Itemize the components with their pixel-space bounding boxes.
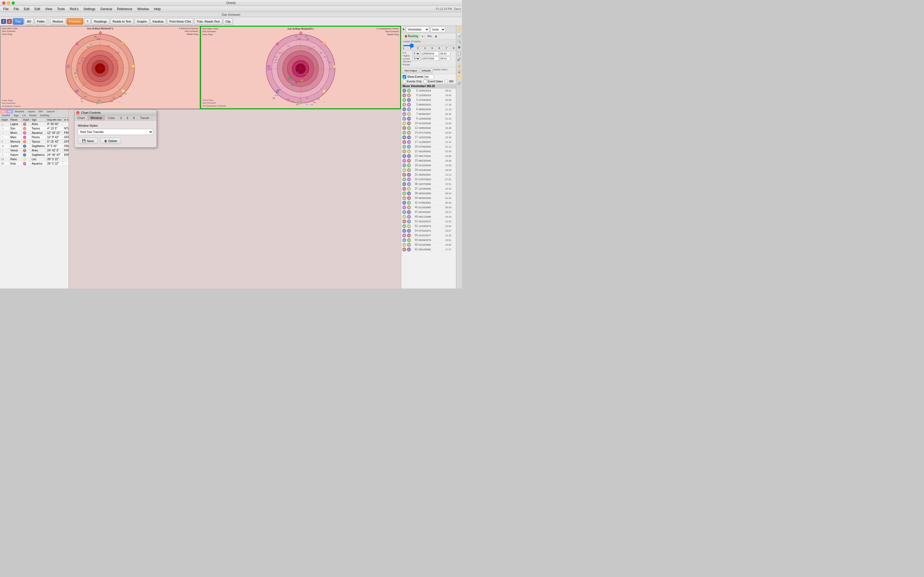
tran-reads-text-button[interactable]: Tran. Reads Text <box>194 18 222 25</box>
to-time-input[interactable] <box>440 56 450 61</box>
dasha-list-item[interactable]: ●●912/29/202801:42 <box>401 116 456 121</box>
dasha-list-item[interactable]: ●●2105/18/204102:00 <box>401 149 456 154</box>
question-button[interactable]: ? <box>84 18 91 25</box>
dasha-list-item[interactable]: ●●3712/19/205622:33 <box>401 187 456 191</box>
tab-p2[interactable]: P2 <box>6 110 13 113</box>
dasha-list-item[interactable]: ●●2007/29/204021:12 <box>401 145 456 149</box>
menu-view[interactable]: View <box>43 6 55 12</box>
sidebar-icon-10[interactable]: 🔗 <box>457 81 462 86</box>
sidebar-icon-8[interactable]: 🔒 <box>457 69 462 74</box>
minimize-button[interactable] <box>7 2 10 5</box>
menu-ricks[interactable]: Rick's <box>68 6 81 12</box>
save-button[interactable]: 💾 Save <box>78 138 98 144</box>
dasha-list-item[interactable]: ●●5905/09/207910:51 <box>401 238 456 243</box>
dasha-list-item[interactable]: ●●3109/29/205112:12 <box>401 172 456 177</box>
dasha-list-item[interactable]: ●●012/29/201919:42 <box>401 93 456 98</box>
btn-2[interactable]: 2 <box>7 19 12 24</box>
tab-bhavmd[interactable]: BhavMd <box>13 110 26 113</box>
dasha-list-item[interactable]: ●●4704/16/206723:27 <box>401 210 456 214</box>
reads-to-text-button[interactable]: Reads to Text <box>110 18 134 25</box>
dasha-list-item[interactable]: ●●3601/07/205622:51 <box>401 182 456 187</box>
sidebar-icon-2[interactable]: 📊 <box>457 33 462 38</box>
sidebar-icon-5[interactable]: 📋 <box>457 51 462 56</box>
dasha-slider[interactable] <box>403 45 454 46</box>
event-dates-checkbox[interactable] <box>423 80 427 83</box>
dasha-list-item[interactable]: ●●3808/20/205806:03 <box>401 191 456 196</box>
dasha-list-item[interactable]: ●●1712/22/203623:36 <box>401 135 456 140</box>
restore-button[interactable]: Restore <box>50 18 66 25</box>
pallet-button[interactable]: Pallet <box>35 18 47 25</box>
popup-tab-2[interactable]: 2 <box>124 115 131 120</box>
delete-button[interactable]: 🗑 Delete <box>100 138 121 144</box>
dasha-list-item[interactable]: ●●308/05/202317:18 <box>401 103 456 107</box>
dasha-list-item[interactable]: ●●1001/16/203014:00 <box>401 121 456 126</box>
graphs-button[interactable]: Graphs <box>134 18 149 25</box>
window-style-select[interactable]: Red Two Transits Blue Single Green Three <box>78 129 153 135</box>
from-date-input[interactable] <box>421 52 439 56</box>
dasha-list-item[interactable]: ●●1711/28/203721:12 <box>401 140 456 145</box>
dasha-list-item[interactable]: ●●2308/23/204323:36 <box>401 158 456 163</box>
popup-tab-1[interactable]: 1 <box>118 115 124 120</box>
tab-elfr[interactable]: ElFr <box>37 110 45 113</box>
tab-dashmg[interactable]: DashMg <box>38 113 51 117</box>
close-button[interactable] <box>2 2 5 5</box>
dasha-list-item[interactable]: ●●2901/19/204909:03 <box>401 168 456 172</box>
dasha-list-item[interactable]: ●●3207/07/205307:51 <box>401 177 456 182</box>
events-value-input[interactable] <box>424 75 434 79</box>
tab-cs[interactable]: CS <box>21 113 28 117</box>
popup-tab-window[interactable]: Window <box>88 115 105 120</box>
dasha-list-item[interactable]: ●●6206/14/208217:27 <box>401 247 456 252</box>
dasha-list-item[interactable]: ●●5211/23/207323:00 <box>401 224 456 229</box>
sidebar-icon-7[interactable]: 💡 <box>457 63 462 68</box>
btn-1[interactable]: 1 <box>1 19 6 24</box>
menu-window[interactable]: Window <box>135 6 151 12</box>
show-events-checkbox[interactable] <box>402 75 406 79</box>
tab-tags[interactable]: Tags <box>12 113 21 117</box>
tab-sarvav[interactable]: SarvAV <box>45 110 57 113</box>
menu-file2[interactable]: File <box>11 6 21 12</box>
tab-tranrd[interactable]: TranRd <box>0 113 12 117</box>
menu-edit2[interactable]: Edit <box>32 6 42 12</box>
sidebar-icon-9[interactable]: 📁 <box>457 75 462 80</box>
sidebar-icon-1[interactable]: ⭐ <box>457 27 462 32</box>
dasha-list-item[interactable]: ●●012/05/201909:42 <box>401 89 456 93</box>
dasha-list-item[interactable]: ●●608/05/202611:18 <box>401 107 456 112</box>
to-select[interactable]: To <box>412 56 420 61</box>
dasha-list-item[interactable]: ●●5407/15/207403:57 <box>401 229 456 233</box>
maximize-button[interactable] <box>11 2 15 5</box>
sidebar-icon-3[interactable]: 🔍 <box>457 39 462 44</box>
popup-tab-color[interactable]: Color <box>105 115 118 120</box>
menu-general[interactable]: General <box>98 6 115 12</box>
dasha-list-item[interactable]: ●●2601/16/204614:00 <box>401 163 456 168</box>
print-chts-button[interactable]: Print these Chts <box>167 18 193 25</box>
menu-tools[interactable]: Tools <box>55 6 67 12</box>
menu-reference[interactable]: Reference <box>115 6 134 12</box>
dasha-list-item[interactable]: ●●6001/16/208214:00 <box>401 243 456 247</box>
popup-tab-transit[interactable]: Transit <box>137 115 152 120</box>
dasha-list-item[interactable]: ●●4806/11/206804:24 <box>401 214 456 219</box>
menu-help[interactable]: Help <box>152 6 163 12</box>
bd-button[interactable]: BD <box>24 18 34 25</box>
tran-button[interactable]: Tran <box>13 18 24 25</box>
tab-reads[interactable]: Reads <box>27 113 38 117</box>
dasha-list-item[interactable]: ●●706/30/202704:42 <box>401 112 456 116</box>
events-only-checkbox[interactable] <box>402 80 406 83</box>
sidebar-icon-4[interactable]: ⚙ <box>457 45 462 50</box>
dasha-list-item[interactable]: ●●4501/16/206508:00 <box>401 205 456 210</box>
sidebar-icon-6[interactable]: 🖊 <box>457 57 462 62</box>
menu-file[interactable]: File <box>1 6 11 12</box>
defaults-button[interactable]: Defaults <box>420 68 433 73</box>
from-time-input[interactable] <box>440 52 450 56</box>
printouts-button[interactable]: Printouts <box>66 18 83 25</box>
dasha-list-item[interactable]: ●●5102/16/207212:30 <box>401 219 456 224</box>
to-date-input[interactable] <box>421 56 439 61</box>
dasha-list-item[interactable]: ●●207/18/202205:00 <box>401 98 456 103</box>
dasha-list-item[interactable]: ●●1407/17/203402:00 <box>401 131 456 135</box>
dasha-list-item[interactable]: ●●2209/17/204202:00 <box>401 154 456 158</box>
popup-close-button[interactable] <box>76 111 79 114</box>
readings-button[interactable]: Readings <box>92 18 109 25</box>
360-radio[interactable] <box>444 80 448 83</box>
popup-tab-chart[interactable]: Chart <box>74 115 88 120</box>
icons-select[interactable]: Icons <box>430 27 446 32</box>
menu-settings[interactable]: Settings <box>81 6 98 12</box>
